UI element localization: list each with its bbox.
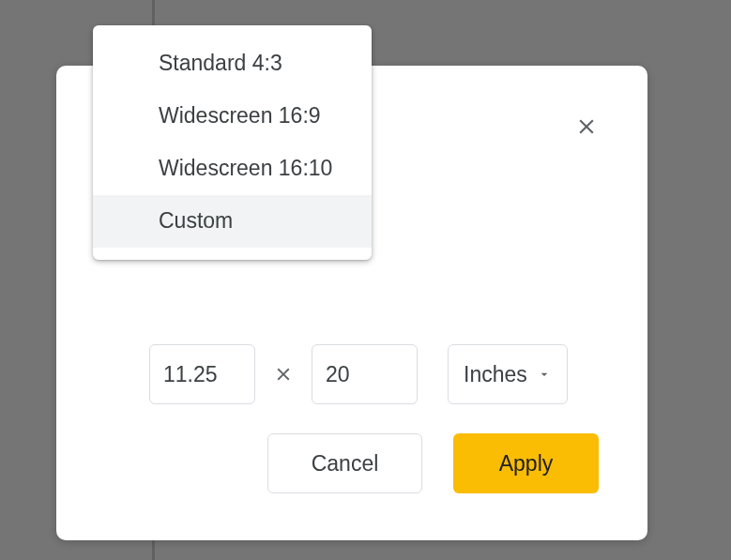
dropdown-option-widescreen-16-10[interactable]: Widescreen 16:10 [93, 143, 372, 195]
dropdown-option-standard-4-3[interactable]: Standard 4:3 [93, 38, 372, 90]
close-icon [574, 114, 599, 139]
close-button[interactable] [572, 113, 601, 141]
dimension-input-row: Inches [149, 344, 568, 404]
dialog-button-row: Cancel Apply [267, 433, 599, 493]
dropdown-option-widescreen-16-9[interactable]: Widescreen 16:9 [93, 90, 372, 143]
height-input[interactable] [312, 344, 418, 404]
cancel-button[interactable]: Cancel [267, 433, 422, 493]
chevron-down-icon [537, 367, 552, 382]
unit-select[interactable]: Inches [448, 344, 568, 404]
aspect-ratio-dropdown: Standard 4:3 Widescreen 16:9 Widescreen … [93, 25, 372, 260]
apply-button[interactable]: Apply [453, 433, 599, 493]
times-icon [272, 364, 295, 385]
width-input[interactable] [149, 344, 255, 404]
dropdown-option-custom[interactable]: Custom [93, 195, 372, 248]
unit-select-label: Inches [464, 362, 527, 387]
